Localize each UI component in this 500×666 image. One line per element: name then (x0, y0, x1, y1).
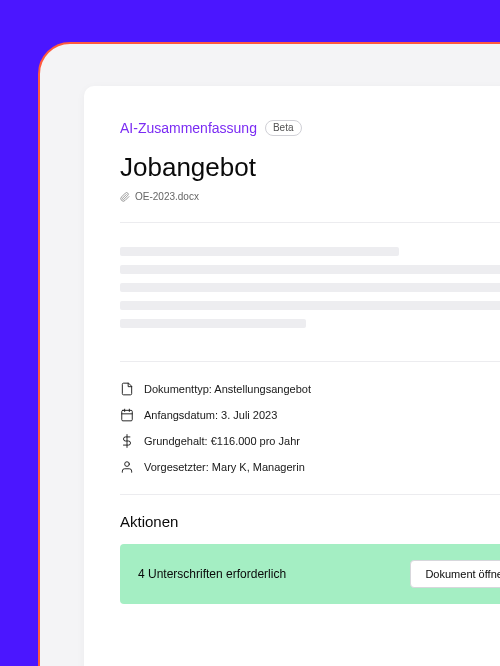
meta-row-salary: Grundgehalt: €116.000 pro Jahr (120, 434, 500, 448)
document-title: Jobangebot (120, 152, 500, 183)
card-header: AI-Zusammenfassung Beta (120, 120, 500, 136)
summary-card: AI-Zusammenfassung Beta Jobangebot OE-20… (84, 86, 500, 666)
actions-title: Aktionen (120, 513, 500, 530)
ai-summary-label: AI-Zusammenfassung (120, 120, 257, 136)
meta-row-doctype: Dokumenttyp: Anstellungsangebot (120, 382, 500, 396)
person-icon (120, 460, 134, 474)
metadata-block: Dokumenttyp: Anstellungsangebot Anfangsd… (120, 362, 500, 494)
skeleton-line (120, 247, 399, 256)
divider (120, 494, 500, 495)
paperclip-icon (120, 192, 130, 202)
open-document-button[interactable]: Dokument öffnen (410, 560, 500, 588)
meta-text: Grundgehalt: €116.000 pro Jahr (144, 435, 300, 447)
svg-point-5 (125, 462, 130, 467)
meta-text: Dokumenttyp: Anstellungsangebot (144, 383, 311, 395)
skeleton-line (120, 283, 500, 292)
svg-rect-0 (122, 410, 133, 421)
skeleton-line (120, 265, 500, 274)
banner-text: 4 Unterschriften erforderlich (138, 567, 286, 581)
skeleton-line (120, 301, 500, 310)
meta-row-startdate: Anfangsdatum: 3. Juli 2023 (120, 408, 500, 422)
beta-badge: Beta (265, 120, 302, 136)
skeleton-line (120, 319, 306, 328)
calendar-icon (120, 408, 134, 422)
meta-row-supervisor: Vorgesetzter: Mary K, Managerin (120, 460, 500, 474)
file-icon (120, 382, 134, 396)
meta-text: Vorgesetzter: Mary K, Managerin (144, 461, 305, 473)
signature-banner: 4 Unterschriften erforderlich Dokument ö… (120, 544, 500, 604)
outer-frame: AI-Zusammenfassung Beta Jobangebot OE-20… (38, 42, 500, 666)
meta-text: Anfangsdatum: 3. Juli 2023 (144, 409, 277, 421)
attachment-row[interactable]: OE-2023.docx (120, 191, 500, 202)
dollar-icon (120, 434, 134, 448)
summary-skeleton (120, 223, 500, 361)
attachment-filename: OE-2023.docx (135, 191, 199, 202)
